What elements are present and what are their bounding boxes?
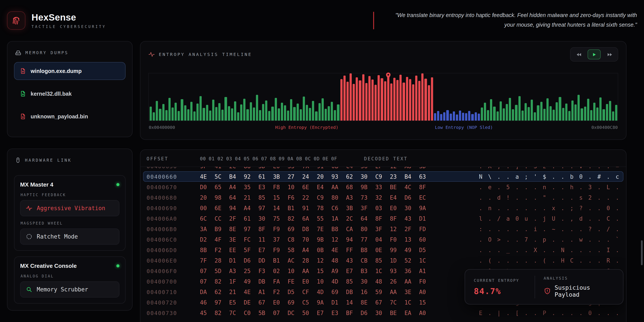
entropy-bar [412,84,414,121]
entropy-bar [603,109,605,121]
entropy-status-card: CURRENT ENTROPY 84.7% ANALYSIS [464,269,624,305]
hex-byte: F6 [288,194,302,201]
hex-byte: 30 [361,278,376,285]
file-item-winlogon.exe.dump[interactable]: winlogon.exe.dump [14,62,126,80]
hex-row-004006A0[interactable]: 004006A06CCC2F613075826A551A2C648F8F43D1… [140,213,626,224]
control-button-ratchet-mode[interactable]: Ratchet Mode [20,228,120,245]
hex-byte: 07 [200,278,214,285]
entropy-bar [443,112,446,121]
hex-row-00400730[interactable]: 0040073045827CC05B07DC50E7E3BFD630BEEAA0… [140,308,626,318]
rewind-button[interactable] [572,49,586,59]
hex-row-00400690[interactable]: 00400690006E94A49714B19178C63B3F03E0309A… [140,203,626,213]
hex-byte: EE [229,247,244,253]
hex-byte: 15 [419,299,434,306]
hex-byte: E0 [273,167,288,169]
hex-byte: 33 [288,167,302,169]
hex-row-004006D0[interactable]: 004006D08BF2EE5FE7F958A40B4EFFB80E9949D5… [140,245,626,255]
entropy-bar [168,98,170,121]
offset-column-header: OFFSET [146,156,200,161]
hex-byte: CC [214,215,229,222]
entropy-bar [456,115,458,121]
entropy-bar [550,106,552,121]
hex-byte: C9 [317,194,332,201]
hex-byte: 00 [200,205,214,211]
hex-byte: EF [375,167,390,169]
hardware-link-header: HARDWARE LINK [14,156,126,169]
entropy-bar [512,109,514,121]
row-decoded: ..d!..."...s2... [479,194,625,201]
hex-byte: F3 [258,268,273,274]
hex-byte: 65 [214,184,229,190]
hex-byte: A0 [419,289,434,295]
hex-row-004006B0[interactable]: 004006B03AB98E978FF969D87EB8CA803F122FFD… [140,224,626,234]
byte-column-header: 0B [296,156,305,161]
entropy-bar [240,105,242,121]
hex-byte: F2 [214,247,229,253]
hex-byte: D2 [200,236,214,243]
hex-row-00400660[interactable]: 004006604E5CB492613B272420936230C923B463… [143,171,624,182]
hex-row-00400680[interactable]: 00400680209864218515F622C980A37332E4D6EC… [140,192,626,203]
hex-byte: 55 [317,215,332,222]
entropy-bar [281,103,283,121]
entropy-bar [187,109,189,121]
hex-byte: 4F [214,236,229,243]
file-list: winlogon.exe.dumpkernel32.dll.bakunknown… [14,62,126,125]
hex-byte: 58 [288,247,302,253]
entropy-bar [178,111,180,121]
hex-byte: D6 [404,194,419,201]
chart-start-address: 0x00400000 [149,125,175,130]
hex-byte: 3B [273,173,288,180]
hex-byte: 8F [419,184,434,190]
hex-byte: 8F [258,226,273,232]
hex-byte: B4 [404,173,419,180]
hex-byte: 23 [390,173,404,180]
entropy-bar [259,110,261,121]
row-bytes: 075DA325F30210AA15A9E7B31C9336A1 [200,268,434,274]
hex-byte: 16 [361,289,376,295]
hex-byte: 52 [404,257,419,264]
row-offset: 00400660 [146,173,200,180]
row-bytes: 4697E5DE67E069C59AD1148E677C1C15 [200,299,434,306]
hex-byte: 4D [317,289,332,295]
analysis-label: ANALYSIS [544,276,614,280]
hex-row-00400670[interactable]: 00400670D065A435E3F8106EE4AA689B33BE4C8F… [140,182,626,192]
position-pin-icon[interactable] [385,72,391,81]
entropy-bar [437,111,439,121]
entropy-bar [356,77,358,121]
hex-byte: 36 [404,268,419,274]
file-item-kernel32.dll.bak[interactable]: kernel32.dll.bak [14,85,126,103]
entropy-bar [524,103,527,121]
entropy-bar [393,78,396,121]
page-scrollbar[interactable] [641,240,643,265]
hex-row-004006C0[interactable]: 004006C0D24F3EFC1137C8709B12947704F01360… [140,234,626,245]
hex-byte: 6A [302,215,317,222]
entropy-bar [500,101,502,121]
hex-row-00400650[interactable]: 004006509F412C885DE0337A910BC456EF12A83D… [140,167,626,171]
hex-byte: DB [346,289,361,295]
row-offset: 00400700 [146,278,200,285]
hex-byte: 45 [200,310,214,316]
hex-byte: E0 [273,299,288,306]
play-button[interactable] [588,49,601,59]
control-button-memory-scrubber[interactable]: Memory Scrubber [20,281,120,298]
hex-byte: 4D [332,278,346,285]
hex-byte: 10 [317,278,332,285]
hex-byte: BE [390,184,404,190]
hex-row-004006E0[interactable]: 004006E07F28D1D6DDB1AC28124843CB851D521C… [140,255,626,266]
hex-byte: 82 [214,278,229,285]
entropy-bar [150,106,152,121]
entropy-bar [387,74,389,121]
entropy-bar [440,114,442,121]
hex-byte: F9 [273,247,288,253]
hex-byte: 22 [302,194,317,201]
fast-forward-button[interactable] [603,49,616,59]
harddrive-icon [15,49,22,56]
hex-byte: 1D [390,257,404,264]
activity-waveform-icon [148,51,155,58]
hex-byte: 49 [404,247,419,253]
control-button-aggressive-vibration[interactable]: Aggressive Vibration [20,200,120,216]
byte-columns-header: 000102030405060708090A0B0C0D0E0F [200,156,340,161]
entropy-bar [528,107,530,121]
file-item-unknown_payload.bin[interactable]: unknown_payload.bin [14,108,126,125]
hex-byte: 30 [375,310,390,316]
